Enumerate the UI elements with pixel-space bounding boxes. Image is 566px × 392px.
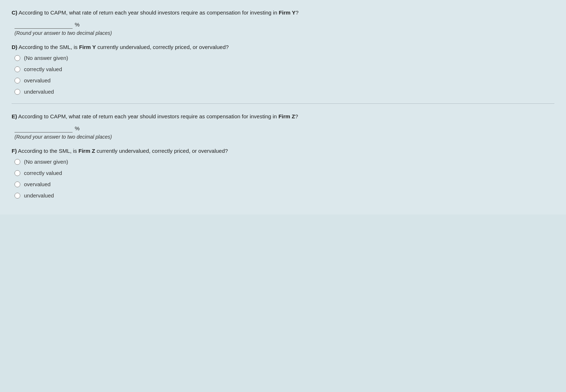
- radio-item-f-correctly[interactable]: correctly valued: [15, 170, 554, 176]
- radio-label-d-over: overvalued: [24, 77, 50, 83]
- input-row-c: %: [15, 21, 554, 29]
- radio-group-d: (No answer given) correctly valued overv…: [15, 55, 554, 95]
- firm-y-label-d: Firm Y: [79, 44, 96, 50]
- radio-item-d-over[interactable]: overvalued: [15, 77, 554, 83]
- firm-y-label-c: Firm Y: [279, 9, 295, 16]
- radio-label-f-over: overvalued: [24, 181, 50, 187]
- question-d-label: D): [12, 44, 17, 50]
- radio-label-f-under: undervalued: [24, 192, 54, 199]
- radio-d-correctly[interactable]: [15, 66, 20, 72]
- radio-d-none[interactable]: [15, 55, 20, 61]
- section-f: F) According to the SML, is Firm Z curre…: [12, 147, 554, 199]
- question-e-text: E) According to CAPM, what rate of retur…: [12, 113, 554, 121]
- section-c: C) According to CAPM, what rate of retur…: [12, 9, 554, 36]
- radio-label-d-none: (No answer given): [24, 55, 68, 61]
- radio-label-f-none: (No answer given): [24, 159, 68, 165]
- radio-f-none[interactable]: [15, 159, 20, 165]
- capm-rate-input-c[interactable]: [15, 21, 73, 29]
- radio-f-correctly[interactable]: [15, 170, 20, 176]
- radio-item-f-under[interactable]: undervalued: [15, 192, 554, 199]
- radio-item-d-correctly[interactable]: correctly valued: [15, 66, 554, 72]
- question-e-label: E): [12, 113, 17, 119]
- radio-f-under[interactable]: [15, 193, 20, 199]
- radio-label-f-correctly: correctly valued: [24, 170, 62, 176]
- firm-z-label-f: Firm Z: [78, 148, 95, 154]
- radio-item-f-none[interactable]: (No answer given): [15, 159, 554, 165]
- percent-symbol-c: %: [75, 21, 79, 28]
- section-d: D) According to the SML, is Firm Y curre…: [12, 43, 554, 95]
- radio-label-d-correctly: correctly valued: [24, 66, 62, 72]
- question-f-text: F) According to the SML, is Firm Z curre…: [12, 147, 554, 155]
- question-c-text: C) According to CAPM, what rate of retur…: [12, 9, 554, 17]
- question-f-label: F): [12, 148, 17, 154]
- radio-d-over[interactable]: [15, 78, 20, 83]
- question-f-body: According to the SML, is Firm Z currentl…: [18, 148, 228, 154]
- radio-item-d-under[interactable]: undervalued: [15, 89, 554, 95]
- question-e-body: According to CAPM, what rate of return e…: [18, 113, 298, 119]
- round-note-c: (Round your answer to two decimal places…: [15, 30, 554, 36]
- radio-group-f: (No answer given) correctly valued overv…: [15, 159, 554, 199]
- section-divider: [12, 103, 554, 104]
- radio-d-under[interactable]: [15, 89, 20, 95]
- radio-item-f-over[interactable]: overvalued: [15, 181, 554, 187]
- radio-item-d-none[interactable]: (No answer given): [15, 55, 554, 61]
- question-c-body: According to CAPM, what rate of return e…: [19, 9, 299, 16]
- question-d-text: D) According to the SML, is Firm Y curre…: [12, 43, 554, 52]
- round-note-e: (Round your answer to two decimal places…: [15, 134, 554, 140]
- input-row-e: %: [15, 124, 554, 132]
- question-d-body: According to the SML, is Firm Y currentl…: [19, 44, 229, 50]
- radio-f-over[interactable]: [15, 181, 20, 187]
- percent-symbol-e: %: [75, 125, 79, 131]
- section-e: E) According to CAPM, what rate of retur…: [12, 113, 554, 140]
- firm-z-label-e: Firm Z: [278, 113, 295, 119]
- capm-rate-input-e[interactable]: [15, 124, 73, 132]
- radio-label-d-under: undervalued: [24, 89, 54, 95]
- question-c-label: C): [12, 9, 17, 16]
